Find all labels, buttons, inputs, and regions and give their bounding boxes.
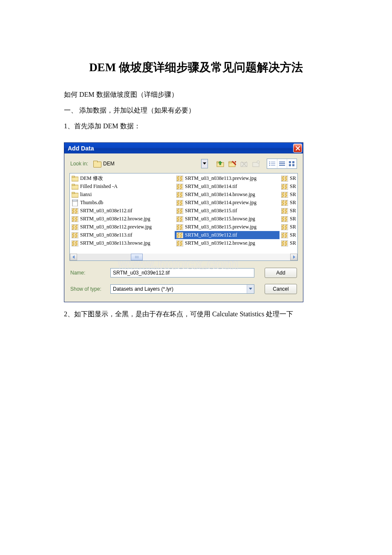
svg-rect-254 [181, 242, 182, 243]
svg-rect-161 [178, 195, 179, 196]
name-input[interactable]: SRTM_u03_n039e112.tif [110, 268, 254, 278]
scroll-track[interactable] [143, 254, 290, 260]
list-item-label: SR [290, 208, 296, 214]
lookin-dropdown-button[interactable] [201, 159, 208, 168]
list-item[interactable]: SRTM_u03_n038e113.preview.jpg [175, 174, 280, 182]
list-item[interactable]: SR [280, 182, 297, 191]
list-item[interactable]: lianxi [70, 191, 175, 199]
raster-icon [176, 240, 183, 247]
svg-rect-198 [180, 212, 181, 214]
type-combobox[interactable]: Datasets and Layers (*.lyr) [110, 284, 254, 294]
svg-rect-217 [177, 225, 178, 226]
lookin-value: DEM [103, 161, 115, 167]
list-item[interactable]: SRTM_u03_n038e113.browse.jpg [70, 239, 175, 247]
svg-rect-73 [76, 225, 78, 226]
list-item[interactable]: Thumbs.db [70, 199, 175, 207]
list-item[interactable]: SR [280, 199, 297, 207]
svg-rect-312 [282, 194, 283, 195]
svg-rect-365 [283, 219, 284, 220]
svg-rect-176 [177, 202, 178, 203]
svg-rect-123 [178, 176, 179, 177]
list-item[interactable]: SRTM_u03_n038e115.preview.jpg [175, 223, 280, 231]
svg-rect-389 [283, 234, 284, 235]
svg-rect-252 [180, 241, 181, 242]
up-folder-button[interactable] [216, 159, 225, 168]
list-item[interactable]: SR [280, 215, 297, 223]
list-item[interactable]: SRTM_u03_n038e114.preview.jpg [175, 199, 280, 207]
list-item[interactable]: SRTM_u03_n038e114.browse.jpg [175, 191, 280, 199]
svg-rect-205 [180, 219, 181, 220]
svg-rect-59 [73, 219, 75, 220]
svg-rect-305 [286, 194, 287, 195]
view-thumbnails-button[interactable] [287, 159, 297, 168]
list-item-label: DEM 修改 [80, 175, 103, 182]
svg-rect-281 [286, 179, 287, 180]
cancel-button[interactable]: Cancel [265, 284, 297, 294]
svg-rect-191 [178, 208, 179, 210]
svg-rect-221 [177, 227, 178, 228]
lookin-toolbar: Look in: DEM [64, 153, 303, 173]
svg-rect-149 [177, 192, 178, 194]
svg-rect-204 [177, 219, 178, 220]
svg-rect-402 [285, 237, 286, 238]
list-item[interactable]: SR [280, 191, 297, 199]
svg-rect-77 [76, 227, 78, 228]
list-item[interactable]: SRTM_u03_n038e115.tif [175, 207, 280, 215]
svg-rect-156 [181, 196, 182, 197]
list-item[interactable]: SRTM_u03_n038e112.browse.jpg [70, 215, 175, 223]
svg-rect-91 [72, 234, 73, 235]
list-item[interactable]: SRTM_u03_n038e112.preview.jpg [70, 223, 175, 231]
close-button[interactable] [293, 144, 302, 153]
list-item[interactable]: SRTM_u03_n039e112.tif [175, 231, 280, 239]
scroll-left-button[interactable] [70, 254, 77, 260]
list-item[interactable]: SRTM_u03_n038e113.tif [70, 231, 175, 239]
raster-icon [72, 216, 78, 223]
svg-rect-418 [282, 245, 283, 246]
svg-rect-264 [181, 243, 182, 245]
svg-rect-133 [180, 184, 181, 185]
list-item[interactable]: DEM 修改 [70, 174, 175, 182]
svg-rect-112 [72, 245, 73, 246]
svg-rect-357 [282, 219, 283, 220]
horizontal-scrollbar[interactable] [70, 254, 297, 260]
scroll-right-button[interactable] [290, 254, 297, 260]
svg-rect-103 [75, 243, 76, 245]
list-item[interactable]: SR [280, 231, 297, 239]
raster-icon [72, 240, 78, 247]
svg-rect-26 [72, 192, 75, 194]
body-text: 1、首先添加 DEM 数据： [64, 119, 328, 134]
list-item[interactable]: SR [280, 239, 297, 247]
svg-rect-169 [181, 202, 182, 203]
svg-rect-45 [75, 212, 76, 214]
file-list[interactable]: DEM 修改Filled Finished -AlianxiThumbs.dbS… [69, 173, 298, 261]
svg-rect-242 [178, 233, 179, 234]
scroll-track[interactable] [77, 254, 131, 260]
list-item-label: SRTM_u03_n038e112.tif [80, 208, 133, 214]
list-item-label: SRTM_u03_n038e115.preview.jpg [185, 224, 257, 230]
scroll-thumb[interactable] [131, 254, 143, 260]
list-item[interactable]: SRTM_u03_n039e112.browse.jpg [175, 239, 280, 247]
svg-rect-62 [75, 220, 76, 222]
type-dropdown-button[interactable] [247, 285, 254, 293]
svg-rect-118 [181, 177, 182, 179]
list-item[interactable]: SRTM_u03_n038e115.browse.jpg [175, 215, 280, 223]
body-text: 一、 添加数据，并加以处理（如果有必要） [64, 103, 328, 119]
list-item[interactable]: SRTM_u03_n038e112.tif [70, 207, 175, 215]
list-item[interactable]: SR [280, 207, 297, 215]
svg-rect-388 [285, 233, 286, 234]
view-list-button[interactable] [267, 159, 277, 168]
list-item[interactable]: SRTM_u03_n038e114.tif [175, 182, 280, 191]
svg-rect-20 [292, 164, 294, 166]
svg-rect-89 [73, 233, 75, 234]
svg-rect-271 [286, 177, 287, 179]
svg-rect-326 [286, 204, 287, 205]
lookin-combobox[interactable]: DEM [93, 161, 115, 167]
connect-folder-button[interactable] [228, 159, 237, 168]
svg-rect-329 [282, 202, 283, 203]
list-item[interactable]: Filled Finished -A [70, 182, 175, 191]
list-item[interactable]: SR [280, 223, 297, 231]
view-details-button[interactable] [277, 159, 287, 168]
list-item[interactable]: SR [280, 174, 297, 182]
add-button[interactable]: Add [265, 268, 297, 278]
svg-rect-260 [181, 241, 182, 242]
